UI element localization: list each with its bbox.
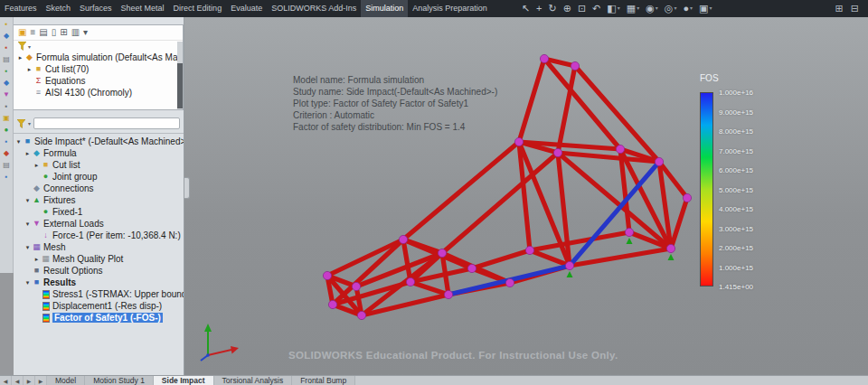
left-strip-icon[interactable]: ▪ bbox=[5, 67, 8, 75]
expand-arrow-icon[interactable]: ▾ bbox=[24, 221, 32, 228]
legend-tick-label: 7.000e+15 bbox=[719, 147, 753, 155]
left-strip-icon[interactable]: ▼ bbox=[3, 90, 10, 99]
task-pane-toggle-icon[interactable]: ⊞ bbox=[835, 3, 844, 14]
section-view-icon[interactable]: ◧▾ bbox=[604, 0, 622, 17]
document-tab-model[interactable]: Model bbox=[47, 376, 85, 385]
filter-funnel-icon[interactable] bbox=[17, 119, 25, 128]
chevron-down-icon[interactable]: ▾ bbox=[28, 120, 31, 127]
scroll-tabs-prev-icon[interactable]: ◀ bbox=[12, 376, 24, 385]
document-tab-torsional-analysis[interactable]: Torsional Analysis bbox=[214, 376, 293, 385]
flyout-scrollbar[interactable] bbox=[177, 42, 183, 109]
legend-tick-label: 1.000e+16 bbox=[719, 89, 753, 97]
left-strip-icon[interactable]: ◆ bbox=[4, 149, 9, 157]
expand-arrow-icon[interactable]: ▸ bbox=[24, 150, 32, 157]
tree-item-factor-of-safety1-fos[interactable]: Factor of Safety1 (-FOS-) bbox=[14, 312, 184, 324]
show-flat-view-icon[interactable]: ⊞ bbox=[60, 25, 67, 40]
pan-icon[interactable]: + bbox=[533, 0, 544, 17]
flyout-tree-item[interactable]: ▸◆Formula simulation (Default<As Machin bbox=[14, 52, 183, 63]
graphics-viewport[interactable]: Model name: Formula simulationStudy name… bbox=[184, 17, 868, 375]
document-tab-frontal-bump[interactable]: Frontal Bump bbox=[292, 376, 355, 385]
left-strip-icon[interactable]: ▣ bbox=[3, 114, 10, 122]
expand-arrow-icon[interactable]: ▸ bbox=[33, 256, 41, 263]
left-strip-icon[interactable]: ● bbox=[5, 126, 9, 134]
left-strip-icon[interactable]: ▤ bbox=[3, 161, 10, 169]
tree-item-joint-group[interactable]: ●Joint group bbox=[14, 171, 184, 183]
filter-input[interactable] bbox=[33, 117, 180, 129]
tree-item-stress1-strmax-upper-bound-axi[interactable]: Stress1 (-STRMAX: Upper bound axial a bbox=[14, 288, 184, 300]
ribbon-bar: FeaturesSketchSurfacesSheet MetalDirect … bbox=[0, 0, 868, 17]
tree-item-displacement1-res-disp[interactable]: Displacement1 (-Res disp-) bbox=[14, 300, 184, 312]
edit-appearance-icon[interactable]: ●▾ bbox=[680, 0, 695, 17]
zoom-to-area-icon[interactable]: ⊡ bbox=[575, 0, 589, 17]
document-tab-motion-study-1[interactable]: Motion Study 1 bbox=[85, 376, 154, 385]
chassis-model[interactable] bbox=[302, 42, 718, 332]
expand-arrow-icon[interactable]: ▸ bbox=[16, 54, 24, 61]
flyout-tree-item[interactable]: ▸■Cut list(70) bbox=[14, 63, 183, 75]
left-strip-icon[interactable]: ▪ bbox=[5, 173, 8, 181]
expand-arrow-icon[interactable]: ▾ bbox=[24, 244, 32, 251]
filter-options-icon[interactable]: ▥ bbox=[71, 25, 80, 40]
ribbon-tab-solidworks-add-ins[interactable]: SOLIDWORKS Add-Ins bbox=[267, 0, 361, 17]
ribbon-tab-analysis-preparation[interactable]: Analysis Preparation bbox=[408, 0, 492, 17]
tree-item-force-1-per-item-10-368-4-n[interactable]: ↓Force-1 (Per item: -10,368.4 N:) bbox=[14, 230, 184, 241]
ribbon-tab-evaluate[interactable]: Evaluate bbox=[226, 0, 267, 17]
tree-item-results[interactable]: ▾■Results bbox=[14, 277, 184, 288]
tree-item-result-options[interactable]: ■Result Options bbox=[14, 265, 184, 277]
expand-arrow-icon[interactable]: ▾ bbox=[24, 197, 32, 204]
tree-item-formula[interactable]: ▸◆Formula bbox=[14, 147, 184, 159]
left-strip-icon[interactable]: ▪ bbox=[5, 137, 8, 146]
ribbon-tab-simulation[interactable]: Simulation bbox=[361, 0, 408, 17]
tree-item-label: Mesh bbox=[43, 242, 65, 252]
zoom-in-out-icon[interactable]: ⊕ bbox=[561, 0, 574, 17]
expand-arrow-icon[interactable]: ▸ bbox=[33, 162, 41, 169]
collapse-items-icon[interactable]: ▾ bbox=[83, 25, 88, 40]
previous-view-icon[interactable]: ↶ bbox=[590, 0, 603, 17]
tree-item-side-impact-default-as-machine[interactable]: ▾■Side Impact* (-Default<As Machined>-) bbox=[14, 136, 184, 147]
left-strip-icon[interactable]: ▪ bbox=[5, 43, 8, 52]
tree-item-connections[interactable]: ◆Connections bbox=[14, 183, 184, 194]
scroll-tabs-last-icon[interactable]: ▶ bbox=[35, 376, 47, 385]
rotate-view-icon[interactable]: ↻ bbox=[545, 0, 559, 17]
ribbon-tab-sheet-metal[interactable]: Sheet Metal bbox=[117, 0, 169, 17]
tree-item-mesh-quality-plot[interactable]: ▸▦Mesh Quality Plot bbox=[14, 253, 184, 265]
scroll-tabs-first-icon[interactable]: ◀ bbox=[0, 376, 12, 385]
expand-arrow-icon[interactable]: ▸ bbox=[25, 66, 33, 73]
flyout-tree-item[interactable]: ΣEquations bbox=[14, 75, 183, 87]
show-hierarchy-icon[interactable]: ▤ bbox=[39, 25, 47, 40]
view-orientation-icon[interactable]: ▦▾ bbox=[624, 0, 642, 17]
expand-arrow-icon[interactable]: ▾ bbox=[24, 279, 32, 286]
document-tab-side-impact[interactable]: Side Impact bbox=[154, 376, 214, 385]
flyout-filter-row: ▾ bbox=[14, 41, 183, 52]
tree-item-mesh[interactable]: ▾▦Mesh bbox=[14, 241, 184, 253]
pin-flyout-icon[interactable]: ▣ bbox=[18, 25, 26, 40]
left-strip-icon[interactable]: ▪ bbox=[5, 20, 8, 28]
collapse-ribbon-icon[interactable]: ⊟ bbox=[851, 3, 859, 14]
tree-item-fixtures[interactable]: ▾▲Fixtures bbox=[14, 194, 184, 206]
hide-show-items-icon[interactable]: ◎▾ bbox=[662, 0, 680, 17]
chevron-down-icon[interactable]: ▾ bbox=[28, 43, 31, 50]
tree-item-cut-list[interactable]: ▸■Cut list bbox=[14, 159, 184, 171]
scrollbar-thumb[interactable] bbox=[177, 63, 183, 108]
ribbon-tab-features[interactable]: Features bbox=[0, 0, 42, 17]
left-strip-icon[interactable]: ◆ bbox=[4, 79, 9, 87]
legend-tick-label: 6.000e+15 bbox=[719, 166, 753, 174]
panel-splitter-handle[interactable] bbox=[184, 177, 190, 199]
ribbon-tab-direct-editing[interactable]: Direct Editing bbox=[169, 0, 227, 17]
ribbon-tab-surfaces[interactable]: Surfaces bbox=[75, 0, 117, 17]
tree-item-fixed-1[interactable]: ●Fixed-1 bbox=[14, 206, 184, 218]
view-settings-icon[interactable]: ▣▾ bbox=[696, 0, 714, 17]
display-pane-icon[interactable]: ▯ bbox=[52, 25, 57, 40]
left-strip-icon[interactable]: ▪ bbox=[5, 102, 8, 110]
flyout-tree-item[interactable]: ≡AISI 4130 (Chromoly) bbox=[14, 87, 183, 99]
equations-icon: Σ bbox=[33, 76, 43, 86]
ribbon-tab-sketch[interactable]: Sketch bbox=[42, 0, 76, 17]
left-strip-icon[interactable]: ▤ bbox=[3, 55, 10, 63]
scroll-tabs-next-icon[interactable]: ▶ bbox=[24, 376, 35, 385]
display-style-icon[interactable]: ◉▾ bbox=[643, 0, 661, 17]
tree-display-icon[interactable]: ≡ bbox=[30, 25, 35, 40]
tree-item-external-loads[interactable]: ▾▼External Loads bbox=[14, 218, 184, 230]
expand-arrow-icon[interactable]: ▾ bbox=[14, 138, 23, 146]
select-icon[interactable]: ↖ bbox=[519, 0, 533, 17]
left-strip-icon[interactable]: ◆ bbox=[4, 32, 9, 40]
filter-funnel-icon[interactable] bbox=[18, 42, 26, 51]
